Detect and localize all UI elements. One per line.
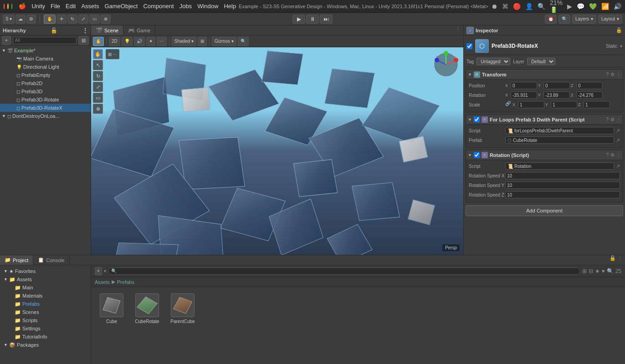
scale-z-input[interactable] [584, 101, 610, 108]
prefab-ref-field[interactable]: ⬡ CubeRotate [505, 136, 614, 144]
unity-collab-icon[interactable]: 🔴 [513, 3, 521, 10]
gameobject-menu[interactable]: GameObject [104, 3, 138, 10]
position-x-input[interactable] [511, 82, 537, 89]
tree-item-dont-destroy[interactable]: ▼ ◻ DontDestroyOnLoa... [0, 112, 91, 120]
tree-item-prefab-3d-rotatex[interactable]: ◻ Prefab3D-RotateX [0, 104, 91, 112]
rect-tool-button[interactable]: ▭ [89, 15, 100, 24]
proj-favorite-filter[interactable]: ♥ [602, 268, 605, 274]
project-tab[interactable]: 📁 Project [0, 255, 33, 265]
transform-settings[interactable]: ⚙ [610, 72, 615, 77]
wechat-icon[interactable]: 💚 [589, 3, 597, 10]
persp-label[interactable]: Persp [442, 244, 460, 251]
layers-dropdown[interactable]: Layers ▾ [572, 15, 596, 24]
maximize-button[interactable] [11, 4, 12, 9]
media-icon[interactable]: ▶ [567, 3, 572, 10]
proj-item-materials[interactable]: 📁 Materials [0, 292, 91, 300]
move-tool-button[interactable]: ✛ [56, 15, 67, 24]
proj-item-main[interactable]: 📁 Main [0, 283, 91, 292]
game-tab[interactable]: 🎮 Game [123, 25, 155, 35]
tree-item-example[interactable]: ▼ 🎬 Example* [0, 46, 91, 55]
proj-item-settings[interactable]: 📁 Settings [0, 324, 91, 333]
jobs-menu[interactable]: Jobs [179, 3, 192, 10]
history-button[interactable]: ⏰ [545, 15, 557, 24]
scale-tool-button[interactable]: ⤢ [78, 15, 88, 24]
transform-combo-tool[interactable]: ⊕ [93, 104, 103, 114]
cmd-icon[interactable]: ⌘ [502, 3, 508, 10]
component-menu[interactable]: Component [143, 3, 174, 10]
scene-more-btn[interactable]: ⋯ [157, 37, 167, 46]
msg-icon[interactable]: 💬 [577, 3, 584, 10]
project-search-input[interactable] [117, 268, 577, 273]
tree-item-dir-light[interactable]: 💡 Directional Light [0, 63, 91, 71]
tree-item-main-camera[interactable]: 📷 Main Camera [0, 55, 91, 63]
more-bottom-icon[interactable]: ⋮ [617, 255, 622, 261]
file-item-cube-rotate[interactable]: CubeRotate [131, 292, 163, 326]
layout-dropdown[interactable]: Layout ▾ [598, 15, 622, 24]
rotation-script-ref[interactable]: 📜 Rotation [505, 162, 614, 170]
proj-two-col-view[interactable]: ⊟ [589, 268, 593, 274]
static-dropdown-icon[interactable]: ▾ [620, 44, 622, 49]
file-menu[interactable]: File [51, 3, 60, 10]
tree-item-prefab-2d[interactable]: ◻ Prefab2D [0, 79, 91, 87]
proj-item-assets[interactable]: ▼ 📁 Assets [0, 275, 91, 283]
screen-record-icon[interactable]: ⏺ [491, 3, 497, 10]
file-item-parent-cube[interactable]: ParentCube [167, 292, 199, 326]
minimize-button[interactable] [7, 4, 8, 9]
proj-item-favorites[interactable]: ▼ ★ Favorites [0, 267, 91, 275]
scene-viewport[interactable]: ✋ ↖ ↻ ⤢ ▭ ⊕ X [91, 47, 463, 255]
hand-tool-button[interactable]: ✋ [44, 15, 56, 24]
transform-question[interactable]: ? [606, 72, 609, 77]
for-loops-more[interactable]: ⋮ [616, 117, 621, 122]
rotation-y-input[interactable] [543, 91, 570, 99]
add-component-button[interactable]: Add Component [466, 205, 623, 216]
prefab-link-icon[interactable]: ↗ [616, 137, 620, 143]
rect-tool[interactable]: ▭ [93, 93, 103, 103]
account-button[interactable]: S ▾ [3, 15, 15, 24]
close-button[interactable] [4, 4, 5, 9]
rotate-tool-button[interactable]: ↻ [67, 15, 77, 24]
tree-item-prefab-empty[interactable]: ◻ PrefabEmpty [0, 71, 91, 79]
play-button[interactable]: ▶ [292, 15, 305, 24]
transform-more[interactable]: ⋮ [616, 72, 621, 77]
speed-x-input[interactable] [505, 172, 620, 179]
for-loops-check[interactable] [474, 116, 480, 122]
hierarchy-lock-icon[interactable]: 🔓 [51, 27, 57, 34]
audio-btn[interactable]: 🔊 [134, 37, 145, 46]
proj-star-filter[interactable]: ★ [595, 268, 600, 274]
rotation-x-input[interactable] [511, 91, 537, 99]
proj-item-tutorialinfo[interactable]: 📁 TutorialInfo [0, 333, 91, 341]
layer-select[interactable]: Default [527, 58, 555, 65]
scene-search-btn[interactable]: 🔍 [238, 37, 249, 46]
transform-tool-button[interactable]: ⊕ [101, 15, 111, 24]
proj-item-scenes[interactable]: 📁 Scenes [0, 308, 91, 316]
position-y-input[interactable] [543, 82, 570, 89]
proj-item-scripts[interactable]: 📁 Scripts [0, 316, 91, 324]
console-tab[interactable]: 📋 Console [33, 255, 69, 265]
hand-move-tool[interactable]: ✋ [93, 49, 103, 59]
gizmos-btn[interactable]: Gizmos ▾ [212, 37, 236, 46]
arrow-tool[interactable]: ↖ [93, 60, 103, 70]
hierarchy-filter-button[interactable]: ▤ [78, 36, 89, 45]
rotation-settings[interactable]: ⚙ [610, 152, 615, 157]
lock-bottom-icon[interactable]: 🔓 [610, 255, 616, 261]
transform-header[interactable]: ▼ ⊞ Transform ? ⚙ ⋮ [466, 70, 623, 80]
hierarchy-more-icon[interactable]: ⋮ [82, 27, 88, 34]
rotation-script-link[interactable]: ↗ [616, 163, 620, 169]
hierarchy-search[interactable] [13, 37, 77, 44]
unity-menu[interactable]: Unity [31, 3, 45, 10]
breadcrumb-prefabs[interactable]: Prefabs [117, 279, 134, 285]
rotation-z-input[interactable] [576, 91, 603, 99]
rotation-header[interactable]: ▼ # Rotation (Script) ? ⚙ ⋮ [466, 150, 623, 160]
shading-dropdown[interactable]: Shaded ▾ [172, 37, 196, 46]
edit-menu[interactable]: Edit [66, 3, 76, 10]
speed-z-input[interactable] [505, 191, 620, 198]
script-ref-field[interactable]: 📜 forLoopsPrefab3DwithParent [505, 127, 614, 134]
help-menu[interactable]: Help [224, 3, 236, 10]
inspector-lock-icon[interactable]: 🔓 [616, 27, 622, 33]
proj-item-prefabs[interactable]: 📁 Prefabs [0, 300, 91, 308]
profile-icon[interactable]: 👤 [525, 3, 533, 10]
2d-btn[interactable]: 2D [109, 37, 120, 46]
proj-add-btn[interactable]: + [95, 267, 102, 275]
search-global-icon[interactable]: 🔍 [538, 3, 545, 10]
assets-menu[interactable]: Assets [81, 3, 99, 10]
